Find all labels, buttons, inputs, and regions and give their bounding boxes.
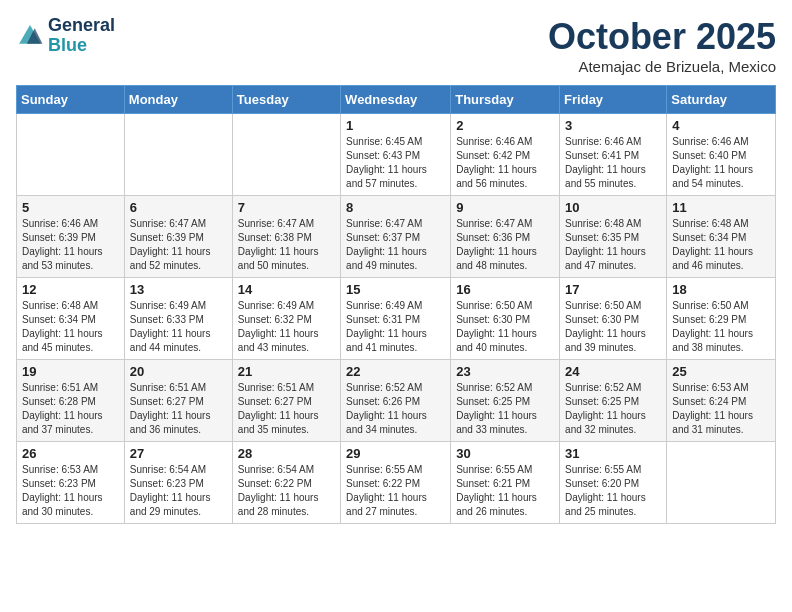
- day-number: 19: [22, 364, 119, 379]
- calendar-cell: 20Sunrise: 6:51 AMSunset: 6:27 PMDayligh…: [124, 360, 232, 442]
- day-number: 20: [130, 364, 227, 379]
- day-number: 31: [565, 446, 661, 461]
- week-row-4: 19Sunrise: 6:51 AMSunset: 6:28 PMDayligh…: [17, 360, 776, 442]
- day-info: Sunrise: 6:49 AMSunset: 6:32 PMDaylight:…: [238, 299, 335, 355]
- day-of-week-wednesday: Wednesday: [341, 86, 451, 114]
- day-info: Sunrise: 6:51 AMSunset: 6:28 PMDaylight:…: [22, 381, 119, 437]
- calendar-cell: 5Sunrise: 6:46 AMSunset: 6:39 PMDaylight…: [17, 196, 125, 278]
- day-number: 12: [22, 282, 119, 297]
- day-number: 6: [130, 200, 227, 215]
- calendar-cell: 17Sunrise: 6:50 AMSunset: 6:30 PMDayligh…: [560, 278, 667, 360]
- day-info: Sunrise: 6:51 AMSunset: 6:27 PMDaylight:…: [238, 381, 335, 437]
- calendar-cell: 8Sunrise: 6:47 AMSunset: 6:37 PMDaylight…: [341, 196, 451, 278]
- calendar-cell: 11Sunrise: 6:48 AMSunset: 6:34 PMDayligh…: [667, 196, 776, 278]
- calendar-cell: 26Sunrise: 6:53 AMSunset: 6:23 PMDayligh…: [17, 442, 125, 524]
- day-of-week-friday: Friday: [560, 86, 667, 114]
- day-info: Sunrise: 6:52 AMSunset: 6:25 PMDaylight:…: [565, 381, 661, 437]
- day-info: Sunrise: 6:46 AMSunset: 6:39 PMDaylight:…: [22, 217, 119, 273]
- calendar-cell: 4Sunrise: 6:46 AMSunset: 6:40 PMDaylight…: [667, 114, 776, 196]
- calendar-table: SundayMondayTuesdayWednesdayThursdayFrid…: [16, 85, 776, 524]
- day-of-week-monday: Monday: [124, 86, 232, 114]
- calendar-cell: 21Sunrise: 6:51 AMSunset: 6:27 PMDayligh…: [232, 360, 340, 442]
- location-subtitle: Atemajac de Brizuela, Mexico: [548, 58, 776, 75]
- day-number: 29: [346, 446, 445, 461]
- day-info: Sunrise: 6:54 AMSunset: 6:23 PMDaylight:…: [130, 463, 227, 519]
- day-info: Sunrise: 6:46 AMSunset: 6:41 PMDaylight:…: [565, 135, 661, 191]
- day-number: 3: [565, 118, 661, 133]
- day-info: Sunrise: 6:49 AMSunset: 6:31 PMDaylight:…: [346, 299, 445, 355]
- calendar-header: SundayMondayTuesdayWednesdayThursdayFrid…: [17, 86, 776, 114]
- day-info: Sunrise: 6:55 AMSunset: 6:20 PMDaylight:…: [565, 463, 661, 519]
- day-info: Sunrise: 6:53 AMSunset: 6:24 PMDaylight:…: [672, 381, 770, 437]
- calendar-cell: [232, 114, 340, 196]
- calendar-cell: 29Sunrise: 6:55 AMSunset: 6:22 PMDayligh…: [341, 442, 451, 524]
- week-row-3: 12Sunrise: 6:48 AMSunset: 6:34 PMDayligh…: [17, 278, 776, 360]
- calendar-cell: 28Sunrise: 6:54 AMSunset: 6:22 PMDayligh…: [232, 442, 340, 524]
- calendar-cell: [124, 114, 232, 196]
- calendar-cell: 12Sunrise: 6:48 AMSunset: 6:34 PMDayligh…: [17, 278, 125, 360]
- calendar-cell: 18Sunrise: 6:50 AMSunset: 6:29 PMDayligh…: [667, 278, 776, 360]
- day-number: 23: [456, 364, 554, 379]
- day-number: 13: [130, 282, 227, 297]
- day-info: Sunrise: 6:48 AMSunset: 6:35 PMDaylight:…: [565, 217, 661, 273]
- day-number: 5: [22, 200, 119, 215]
- day-number: 10: [565, 200, 661, 215]
- calendar-cell: 16Sunrise: 6:50 AMSunset: 6:30 PMDayligh…: [451, 278, 560, 360]
- logo: General Blue: [16, 16, 115, 56]
- calendar-cell: 1Sunrise: 6:45 AMSunset: 6:43 PMDaylight…: [341, 114, 451, 196]
- week-row-5: 26Sunrise: 6:53 AMSunset: 6:23 PMDayligh…: [17, 442, 776, 524]
- day-info: Sunrise: 6:46 AMSunset: 6:42 PMDaylight:…: [456, 135, 554, 191]
- calendar-cell: 19Sunrise: 6:51 AMSunset: 6:28 PMDayligh…: [17, 360, 125, 442]
- day-info: Sunrise: 6:45 AMSunset: 6:43 PMDaylight:…: [346, 135, 445, 191]
- calendar-cell: 30Sunrise: 6:55 AMSunset: 6:21 PMDayligh…: [451, 442, 560, 524]
- calendar-cell: [17, 114, 125, 196]
- day-info: Sunrise: 6:52 AMSunset: 6:25 PMDaylight:…: [456, 381, 554, 437]
- day-number: 16: [456, 282, 554, 297]
- day-info: Sunrise: 6:51 AMSunset: 6:27 PMDaylight:…: [130, 381, 227, 437]
- day-number: 21: [238, 364, 335, 379]
- calendar-cell: [667, 442, 776, 524]
- day-number: 2: [456, 118, 554, 133]
- week-row-2: 5Sunrise: 6:46 AMSunset: 6:39 PMDaylight…: [17, 196, 776, 278]
- day-of-week-tuesday: Tuesday: [232, 86, 340, 114]
- day-info: Sunrise: 6:50 AMSunset: 6:30 PMDaylight:…: [456, 299, 554, 355]
- calendar-cell: 27Sunrise: 6:54 AMSunset: 6:23 PMDayligh…: [124, 442, 232, 524]
- logo-text: General Blue: [48, 16, 115, 56]
- day-number: 18: [672, 282, 770, 297]
- day-number: 7: [238, 200, 335, 215]
- day-number: 17: [565, 282, 661, 297]
- day-number: 24: [565, 364, 661, 379]
- day-number: 11: [672, 200, 770, 215]
- day-number: 28: [238, 446, 335, 461]
- calendar-body: 1Sunrise: 6:45 AMSunset: 6:43 PMDaylight…: [17, 114, 776, 524]
- day-number: 8: [346, 200, 445, 215]
- calendar-cell: 15Sunrise: 6:49 AMSunset: 6:31 PMDayligh…: [341, 278, 451, 360]
- day-number: 26: [22, 446, 119, 461]
- day-number: 22: [346, 364, 445, 379]
- day-info: Sunrise: 6:47 AMSunset: 6:37 PMDaylight:…: [346, 217, 445, 273]
- day-info: Sunrise: 6:47 AMSunset: 6:38 PMDaylight:…: [238, 217, 335, 273]
- day-number: 4: [672, 118, 770, 133]
- logo-icon: [16, 22, 44, 50]
- calendar-cell: 13Sunrise: 6:49 AMSunset: 6:33 PMDayligh…: [124, 278, 232, 360]
- calendar-cell: 9Sunrise: 6:47 AMSunset: 6:36 PMDaylight…: [451, 196, 560, 278]
- day-number: 9: [456, 200, 554, 215]
- calendar-cell: 3Sunrise: 6:46 AMSunset: 6:41 PMDaylight…: [560, 114, 667, 196]
- day-info: Sunrise: 6:53 AMSunset: 6:23 PMDaylight:…: [22, 463, 119, 519]
- page-header: General Blue October 2025 Atemajac de Br…: [16, 16, 776, 75]
- day-info: Sunrise: 6:48 AMSunset: 6:34 PMDaylight:…: [22, 299, 119, 355]
- day-number: 14: [238, 282, 335, 297]
- day-info: Sunrise: 6:49 AMSunset: 6:33 PMDaylight:…: [130, 299, 227, 355]
- days-of-week-row: SundayMondayTuesdayWednesdayThursdayFrid…: [17, 86, 776, 114]
- calendar-cell: 2Sunrise: 6:46 AMSunset: 6:42 PMDaylight…: [451, 114, 560, 196]
- day-of-week-sunday: Sunday: [17, 86, 125, 114]
- title-block: October 2025 Atemajac de Brizuela, Mexic…: [548, 16, 776, 75]
- calendar-cell: 14Sunrise: 6:49 AMSunset: 6:32 PMDayligh…: [232, 278, 340, 360]
- day-info: Sunrise: 6:47 AMSunset: 6:39 PMDaylight:…: [130, 217, 227, 273]
- day-number: 30: [456, 446, 554, 461]
- day-number: 15: [346, 282, 445, 297]
- calendar-cell: 25Sunrise: 6:53 AMSunset: 6:24 PMDayligh…: [667, 360, 776, 442]
- day-info: Sunrise: 6:47 AMSunset: 6:36 PMDaylight:…: [456, 217, 554, 273]
- day-number: 25: [672, 364, 770, 379]
- day-of-week-saturday: Saturday: [667, 86, 776, 114]
